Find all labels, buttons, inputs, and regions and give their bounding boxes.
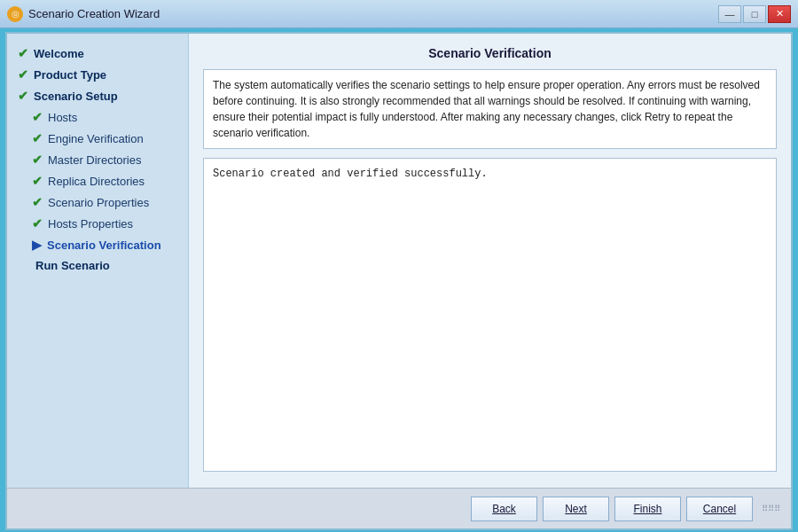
description-box: The system automatically verifies the sc… xyxy=(203,69,777,149)
sidebar-label-product-type: Product Type xyxy=(34,68,106,82)
sidebar-item-hosts[interactable]: ✔Hosts xyxy=(7,106,188,128)
sidebar-item-replica-directories[interactable]: ✔Replica Directories xyxy=(7,170,188,192)
title-bar: ◎ Scenario Creation Wizard — □ ✕ xyxy=(0,0,798,28)
resize-grip: ⠿⠿⠿ xyxy=(762,504,780,513)
finish-button[interactable]: Finish xyxy=(614,497,681,521)
close-button[interactable]: ✕ xyxy=(768,5,791,23)
result-text: Scenario created and verified successful… xyxy=(213,168,488,180)
main-window: ✔Welcome✔Product Type✔Scenario Setup✔Hos… xyxy=(5,32,793,530)
sidebar-item-scenario-setup[interactable]: ✔Scenario Setup xyxy=(7,85,188,106)
sidebar-item-scenario-properties[interactable]: ✔Scenario Properties xyxy=(7,192,188,213)
sidebar-label-master-directories: Master Directories xyxy=(48,153,141,167)
sidebar-item-master-directories[interactable]: ✔Master Directories xyxy=(7,149,188,170)
check-icon-scenario-setup: ✔ xyxy=(18,89,28,103)
check-icon-replica-directories: ✔ xyxy=(32,174,43,188)
check-icon-hosts-properties: ✔ xyxy=(32,216,43,231)
sidebar-label-scenario-properties: Scenario Properties xyxy=(48,196,149,209)
check-icon-scenario-properties: ✔ xyxy=(32,195,43,209)
sidebar-label-scenario-verification: Scenario Verification xyxy=(47,239,161,252)
check-icon-engine-verification: ✔ xyxy=(32,131,43,145)
check-icon-product-type: ✔ xyxy=(18,67,28,82)
sidebar-label-scenario-setup: Scenario Setup xyxy=(34,90,118,103)
minimize-button[interactable]: — xyxy=(718,5,741,23)
result-box: Scenario created and verified successful… xyxy=(203,158,777,472)
sidebar-label-replica-directories: Replica Directories xyxy=(48,175,145,188)
check-icon-master-directories: ✔ xyxy=(32,153,43,167)
sidebar-item-hosts-properties[interactable]: ✔Hosts Properties xyxy=(7,213,188,234)
sidebar-label-hosts: Hosts xyxy=(48,111,77,124)
section-title: Scenario Verification xyxy=(203,46,777,60)
back-label: Back xyxy=(492,503,516,515)
next-label: Next xyxy=(565,503,587,515)
check-icon-hosts: ✔ xyxy=(32,110,43,124)
cancel-label: Cancel xyxy=(703,503,736,515)
finish-label: Finish xyxy=(633,503,661,515)
sidebar-item-product-type[interactable]: ✔Product Type xyxy=(7,64,188,85)
bottom-bar: Back Next Finish Cancel ⠿⠿⠿ xyxy=(7,488,791,528)
cancel-button[interactable]: Cancel xyxy=(686,497,753,521)
sidebar-item-engine-verification[interactable]: ✔Engine Verification xyxy=(7,128,188,149)
sidebar-label-hosts-properties: Hosts Properties xyxy=(48,217,133,231)
sidebar-item-run-scenario[interactable]: Run Scenario xyxy=(7,255,188,276)
arrow-icon-scenario-verification: ▶ xyxy=(32,238,42,252)
title-bar-left: ◎ Scenario Creation Wizard xyxy=(7,6,160,22)
window-body: ✔Welcome✔Product Type✔Scenario Setup✔Hos… xyxy=(7,34,791,488)
sidebar-item-welcome[interactable]: ✔Welcome xyxy=(7,43,188,64)
sidebar-label-engine-verification: Engine Verification xyxy=(48,132,144,145)
sidebar-label-run-scenario: Run Scenario xyxy=(35,259,110,272)
title-controls: — □ ✕ xyxy=(718,5,791,23)
maximize-button[interactable]: □ xyxy=(743,5,766,23)
next-button[interactable]: Next xyxy=(543,497,609,521)
content-panel: Scenario Verification The system automat… xyxy=(189,34,791,488)
back-button[interactable]: Back xyxy=(471,497,537,521)
sidebar: ✔Welcome✔Product Type✔Scenario Setup✔Hos… xyxy=(7,34,189,488)
sidebar-label-welcome: Welcome xyxy=(34,47,84,60)
check-icon-welcome: ✔ xyxy=(18,46,28,60)
app-icon: ◎ xyxy=(7,6,23,22)
sidebar-item-scenario-verification[interactable]: ▶Scenario Verification xyxy=(7,234,188,255)
window-title: Scenario Creation Wizard xyxy=(28,7,160,20)
